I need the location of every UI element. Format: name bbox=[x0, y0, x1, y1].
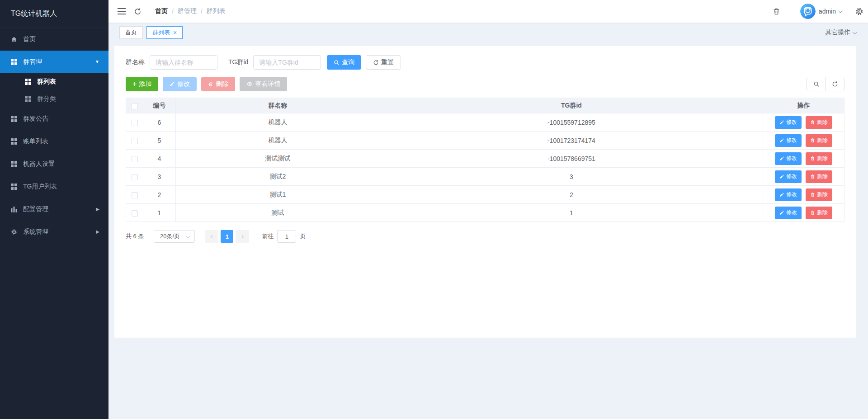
pencil-icon bbox=[779, 156, 784, 161]
row-checkbox[interactable] bbox=[132, 210, 138, 217]
table-tools bbox=[807, 77, 844, 91]
cell-tgid: 1 bbox=[380, 204, 763, 222]
trash-icon bbox=[208, 81, 213, 87]
sidebar-item-system-management[interactable]: 系统管理 ▶ bbox=[0, 221, 108, 243]
delete-button[interactable]: 删除 bbox=[201, 77, 235, 91]
row-delete-button[interactable]: 删除 bbox=[806, 170, 832, 183]
breadcrumb-separator: / bbox=[172, 8, 174, 15]
close-icon[interactable]: × bbox=[173, 29, 177, 36]
page-size-value: 20条/页 bbox=[160, 232, 180, 240]
grid-icon bbox=[11, 116, 17, 122]
select-all-checkbox[interactable] bbox=[132, 103, 138, 109]
reset-button[interactable]: 重置 bbox=[366, 55, 401, 70]
row-edit-button[interactable]: 修改 bbox=[775, 134, 802, 147]
cell-id: 6 bbox=[143, 113, 176, 132]
settings-button[interactable] bbox=[855, 7, 863, 16]
sidebar-item-home[interactable]: 首页 bbox=[0, 28, 108, 51]
search-button[interactable]: 查询 bbox=[327, 55, 361, 70]
more-actions-dropdown[interactable]: 其它操作 bbox=[825, 28, 856, 37]
reset-icon bbox=[373, 60, 379, 66]
row-delete-button[interactable]: 删除 bbox=[806, 116, 832, 129]
add-button[interactable]: + 添加 bbox=[126, 77, 158, 91]
tg-id-input[interactable] bbox=[253, 55, 321, 70]
table-row: 1 测试 1 修改 删除 bbox=[126, 204, 844, 222]
row-edit-button[interactable]: 修改 bbox=[775, 152, 802, 165]
row-checkbox[interactable] bbox=[132, 120, 138, 126]
avatar[interactable] bbox=[800, 4, 816, 19]
username[interactable]: admin bbox=[819, 8, 836, 15]
breadcrumb-home[interactable]: 首页 bbox=[155, 7, 168, 15]
tg-id-label: TG群id bbox=[228, 58, 248, 66]
gear-icon bbox=[855, 7, 863, 16]
row-edit-button[interactable]: 修改 bbox=[775, 207, 802, 219]
row-edit-button[interactable]: 修改 bbox=[775, 188, 802, 201]
top-navbar: 首页 / 群管理 / 群列表 admin bbox=[108, 0, 868, 23]
sidebar-item-tg-users[interactable]: TG用户列表 bbox=[0, 175, 108, 198]
group-table: 编号 群名称 TG群id 操作 6 机器人 -1001559712895 修改 bbox=[126, 98, 844, 222]
cell-tgid: 3 bbox=[380, 168, 763, 186]
sidebar-item-broadcast[interactable]: 群发公告 bbox=[0, 108, 108, 130]
tag-group-list[interactable]: 群列表 × bbox=[146, 26, 183, 39]
more-actions-label: 其它操作 bbox=[825, 28, 850, 37]
main-content: 群名称 TG群id 查询 重置 + 添加 修改 bbox=[108, 42, 868, 419]
tag-home[interactable]: 首页 bbox=[119, 26, 143, 39]
pencil-icon bbox=[779, 174, 784, 179]
page-size-select[interactable]: 20条/页 bbox=[154, 230, 195, 243]
pencil-icon bbox=[779, 138, 784, 143]
sidebar-fold-button[interactable] bbox=[118, 8, 126, 14]
bar-chart-icon bbox=[11, 206, 17, 212]
view-detail-button[interactable]: 查看详情 bbox=[240, 77, 287, 91]
cell-id: 2 bbox=[143, 186, 176, 204]
tagbar: 首页 群列表 × 其它操作 bbox=[108, 23, 868, 42]
row-edit-button[interactable]: 修改 bbox=[775, 170, 802, 183]
sidebar-subitem-label: 群列表 bbox=[37, 78, 56, 86]
search-icon bbox=[813, 81, 820, 87]
tag-label: 群列表 bbox=[152, 28, 170, 37]
sidebar-subitem-group-category[interactable]: 群分类 bbox=[0, 90, 108, 108]
refresh-button[interactable] bbox=[134, 8, 142, 15]
trash-button[interactable] bbox=[773, 7, 780, 15]
sidebar-subitem-group-list[interactable]: 群列表 bbox=[0, 73, 108, 90]
edit-button[interactable]: 修改 bbox=[163, 77, 197, 91]
pencil-icon bbox=[779, 192, 784, 197]
cell-name: 测试 bbox=[176, 204, 380, 222]
sidebar-item-robot-settings[interactable]: 机器人设置 bbox=[0, 153, 108, 175]
row-checkbox[interactable] bbox=[132, 192, 138, 198]
row-delete-button[interactable]: 删除 bbox=[806, 134, 832, 147]
sidebar-item-label: 群发公告 bbox=[23, 115, 48, 123]
cell-name: 机器人 bbox=[176, 113, 380, 132]
home-icon bbox=[11, 36, 17, 42]
table-row: 2 测试1 2 修改 删除 bbox=[126, 186, 844, 204]
sidebar-item-label: 配置管理 bbox=[23, 205, 48, 213]
row-checkbox[interactable] bbox=[132, 174, 138, 180]
breadcrumb-section[interactable]: 群管理 bbox=[178, 7, 197, 15]
prev-page-button[interactable]: ‹ bbox=[205, 230, 218, 243]
grid-icon bbox=[25, 96, 31, 102]
caret-right-icon: ▶ bbox=[96, 207, 99, 212]
sidebar-item-group-management[interactable]: 群管理 ▼ bbox=[0, 51, 108, 73]
grid-icon bbox=[11, 138, 17, 145]
current-page[interactable]: 1 bbox=[221, 230, 233, 243]
row-delete-button[interactable]: 删除 bbox=[806, 188, 832, 201]
navbar-right: admin bbox=[773, 4, 863, 19]
row-edit-button[interactable]: 修改 bbox=[775, 116, 802, 129]
column-header-id: 编号 bbox=[143, 98, 176, 113]
chevron-down-icon bbox=[838, 9, 843, 13]
table-refresh-button[interactable] bbox=[826, 77, 844, 91]
group-list-card: 群名称 TG群id 查询 重置 + 添加 修改 bbox=[114, 46, 856, 338]
group-name-input[interactable] bbox=[150, 55, 217, 70]
table-search-button[interactable] bbox=[807, 77, 826, 91]
row-delete-button[interactable]: 删除 bbox=[806, 152, 832, 165]
goto-page-input[interactable] bbox=[277, 230, 296, 243]
pencil-icon bbox=[779, 120, 784, 125]
next-page-button[interactable]: › bbox=[236, 230, 249, 243]
sidebar: TG统计机器人 首页 群管理 ▼ 群列表 群分类 群发公告 账单列表 机器人设置… bbox=[0, 0, 108, 419]
row-checkbox[interactable] bbox=[132, 156, 138, 162]
row-delete-button[interactable]: 删除 bbox=[806, 207, 832, 219]
row-checkbox[interactable] bbox=[132, 138, 138, 144]
sidebar-item-bill-list[interactable]: 账单列表 bbox=[0, 130, 108, 153]
header-checkbox-cell bbox=[126, 98, 143, 113]
trash-icon bbox=[773, 7, 780, 15]
sidebar-item-config-management[interactable]: 配置管理 ▶ bbox=[0, 198, 108, 221]
cell-name: 测试1 bbox=[176, 186, 380, 204]
